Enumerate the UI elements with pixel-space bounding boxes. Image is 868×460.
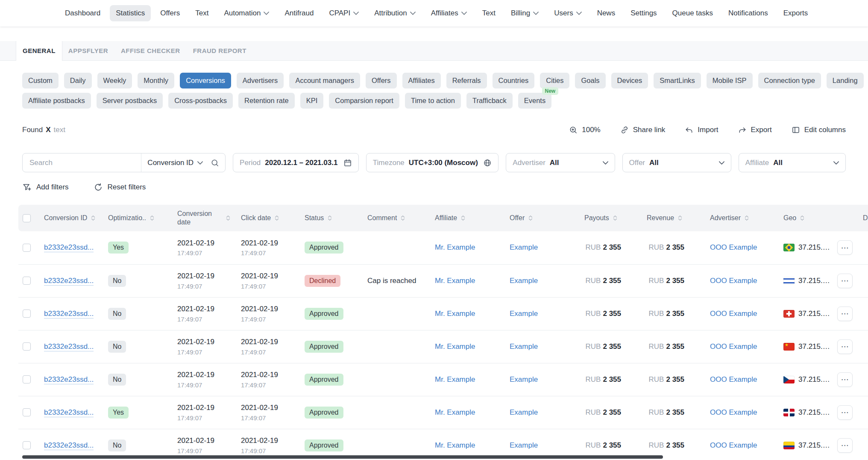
advertiser-link[interactable]: OOO Example	[710, 375, 757, 383]
search-button[interactable]	[209, 159, 225, 167]
report-chip[interactable]: Account managers	[289, 73, 360, 88]
column-header[interactable]: Revenue	[640, 205, 703, 231]
column-header[interactable]: Comment	[361, 205, 428, 231]
search-type-select[interactable]: Conversion ID	[141, 153, 209, 172]
affiliate-link[interactable]: Mr. Example	[435, 342, 475, 351]
sort-icon[interactable]	[91, 215, 96, 221]
offer-link[interactable]: Example	[510, 342, 538, 351]
row-actions-button[interactable]	[837, 274, 853, 288]
offer-link[interactable]: Example	[510, 310, 538, 318]
timezone-picker[interactable]: Timezone UTC+3:00 (Moscow)	[366, 153, 499, 172]
nav-item[interactable]: Settings	[625, 5, 663, 21]
share-link-button[interactable]: Share link	[620, 126, 666, 134]
sort-icon[interactable]	[613, 215, 618, 221]
affiliate-link[interactable]: Mr. Example	[435, 243, 475, 251]
conversion-id-link[interactable]: b2332e23ssd...	[44, 342, 94, 351]
sort-icon[interactable]	[460, 215, 466, 221]
row-actions-button[interactable]	[837, 372, 853, 387]
nav-item[interactable]: Attribution	[368, 5, 422, 21]
report-tab[interactable]: GENERAL	[16, 41, 62, 60]
add-filters-button[interactable]: Add filters	[22, 183, 69, 192]
affiliate-link[interactable]: Mr. Example	[435, 408, 475, 416]
report-chip[interactable]: Landing	[827, 73, 864, 88]
nav-item[interactable]: Antifraud	[279, 5, 320, 21]
nav-item[interactable]: Exports	[777, 5, 814, 21]
import-button[interactable]: Import	[685, 126, 718, 134]
nav-item[interactable]: Queue tasks	[666, 5, 719, 21]
sort-icon[interactable]	[274, 215, 279, 221]
column-header[interactable]: Status	[298, 205, 361, 231]
offer-link[interactable]: Example	[510, 277, 538, 285]
row-checkbox[interactable]	[23, 277, 31, 285]
row-actions-button[interactable]	[837, 339, 853, 354]
report-chip[interactable]: Server postbacks	[97, 93, 163, 109]
column-header[interactable]: Payouts	[578, 205, 640, 231]
row-checkbox[interactable]	[23, 244, 31, 252]
column-header[interactable]: D	[856, 205, 868, 231]
report-chip[interactable]: Devices	[611, 73, 648, 88]
nav-item[interactable]: Offers	[154, 5, 186, 21]
row-actions-button[interactable]	[837, 307, 853, 321]
sort-icon[interactable]	[800, 215, 805, 221]
export-button[interactable]: Export	[738, 126, 772, 134]
nav-item[interactable]: Text	[476, 5, 501, 21]
sort-icon[interactable]	[528, 215, 533, 221]
report-tab[interactable]: APPSFLYER	[62, 41, 114, 60]
conversion-id-link[interactable]: b2332e23ssd...	[44, 310, 94, 318]
report-chip[interactable]: Cross-postbacks	[168, 93, 233, 109]
row-actions-button[interactable]	[837, 405, 853, 420]
report-tab[interactable]: FRAUD REPORT	[187, 41, 253, 60]
affiliate-link[interactable]: Mr. Example	[435, 277, 475, 285]
nav-item[interactable]: Text	[189, 5, 214, 21]
sort-icon[interactable]	[226, 215, 231, 221]
period-picker[interactable]: Period 2020.12.1 – 2021.03.1	[233, 153, 359, 172]
zoom-control[interactable]: 100%	[569, 126, 600, 134]
affiliate-select[interactable]: Affiliate All	[739, 153, 846, 172]
column-header[interactable]: Click date	[234, 205, 298, 231]
offer-link[interactable]: Example	[510, 408, 538, 416]
edit-columns-button[interactable]: Edit columns	[792, 126, 846, 134]
row-actions-button[interactable]	[837, 240, 853, 255]
report-chip[interactable]: Mobile ISP	[707, 73, 753, 88]
offer-link[interactable]: Example	[510, 375, 538, 383]
affiliate-link[interactable]: Mr. Example	[435, 441, 475, 449]
affiliate-link[interactable]: Mr. Example	[435, 375, 475, 383]
select-all-checkbox[interactable]	[23, 214, 31, 222]
row-checkbox[interactable]	[23, 408, 31, 416]
report-chip[interactable]: Cities	[540, 73, 569, 88]
row-actions-button[interactable]	[837, 438, 853, 453]
report-chip[interactable]: Daily	[64, 73, 92, 88]
column-header[interactable]: Conversion date	[170, 205, 234, 231]
report-chip[interactable]: Comparsion report	[329, 93, 399, 109]
nav-item[interactable]: News	[591, 5, 622, 21]
conversion-id-link[interactable]: b2332e23ssd...	[44, 375, 94, 384]
conversion-id-link[interactable]: b2332e23ssd...	[44, 441, 94, 450]
report-chip[interactable]: Monthly	[138, 73, 174, 88]
nav-item[interactable]: Affiliates	[425, 5, 473, 21]
nav-item[interactable]: Users	[548, 5, 587, 21]
nav-item[interactable]: Statistics	[110, 5, 151, 21]
sort-icon[interactable]	[327, 215, 332, 221]
row-checkbox[interactable]	[23, 342, 31, 351]
advertiser-link[interactable]: OOO Example	[710, 243, 757, 251]
nav-item[interactable]: Notifications	[722, 5, 774, 21]
horizontal-scrollbar[interactable]	[22, 455, 663, 459]
column-header[interactable]: Geo	[777, 205, 856, 231]
nav-item[interactable]: Automation	[218, 5, 275, 21]
report-chip[interactable]: Connection type	[758, 73, 821, 88]
column-header[interactable]: Optimizatio..	[101, 205, 170, 231]
report-chip[interactable]: Events New	[518, 93, 551, 109]
report-chip[interactable]: Affiliate postbacks	[22, 93, 91, 109]
report-chip[interactable]: Affiliates	[402, 73, 441, 88]
sort-icon[interactable]	[677, 215, 683, 221]
report-chip[interactable]: Time to action	[405, 93, 461, 109]
report-chip[interactable]: Countries	[493, 73, 535, 88]
column-header[interactable]: Affiliate	[428, 205, 503, 231]
nav-item[interactable]: CPAPI	[323, 5, 365, 21]
nav-item[interactable]: Dashboard	[59, 5, 106, 21]
column-header[interactable]: Conversion ID	[37, 205, 101, 231]
reset-filters-button[interactable]: Reset filters	[94, 183, 146, 192]
advertiser-link[interactable]: OOO Example	[710, 408, 757, 416]
column-header[interactable]: Advertiser	[703, 205, 777, 231]
sort-icon[interactable]	[150, 215, 155, 221]
